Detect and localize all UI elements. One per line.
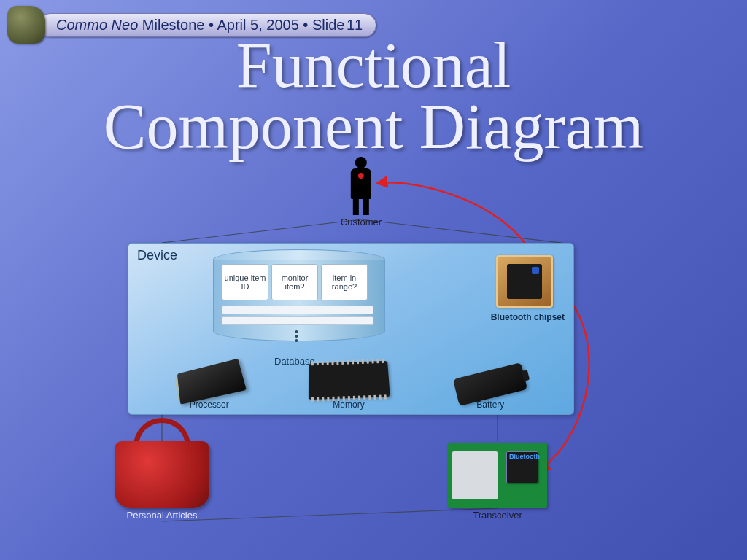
articles-label: Personal Articles (108, 510, 216, 521)
processor-icon (177, 359, 247, 405)
transceiver-board-icon: Bluetooth (448, 443, 547, 508)
db-field-range: item in range? (321, 264, 368, 300)
memory-node: Memory (309, 362, 389, 410)
functional-diagram: Customer Device unique item ID monitor i… (95, 157, 627, 551)
device-label: Device (137, 248, 177, 263)
svg-line-1 (361, 219, 562, 243)
backpack-icon (7, 6, 45, 44)
personal-articles-node: Personal Articles (108, 418, 216, 521)
db-field-monitor: monitor item? (271, 264, 318, 300)
bluetooth-chip-icon (496, 255, 553, 308)
bluetooth-label: Bluetooth chipset (491, 312, 565, 322)
page-title: Functional Component Diagram (0, 35, 747, 157)
ellipsis-icon: ••• (295, 330, 298, 343)
customer-indicator-dot (358, 173, 364, 179)
milestone-word: Milestone (142, 17, 205, 33)
title-line-1: Functional (0, 35, 747, 96)
database-fields: unique item ID monitor item? item in ran… (222, 264, 368, 300)
customer-label: Customer (341, 217, 382, 228)
device-container: Device unique item ID monitor item? item… (128, 243, 574, 415)
handbag-icon (108, 418, 216, 508)
project-name: Commo Neo (56, 17, 138, 33)
svg-line-0 (162, 219, 361, 243)
title-line-2: Component Diagram (0, 96, 747, 158)
person-icon (344, 157, 378, 215)
database-rows-icon (222, 303, 374, 325)
db-field-id: unique item ID (222, 264, 268, 300)
sep1: • (209, 17, 214, 33)
memory-icon (309, 361, 390, 400)
transceiver-node: Bluetooth Transceiver (448, 443, 547, 521)
transceiver-label: Transceiver (448, 510, 547, 521)
battery-node: Battery (455, 370, 525, 410)
device-bottom-row: Processor Memory Battery (128, 357, 573, 410)
customer-node: Customer (341, 157, 382, 228)
processor-node: Processor (177, 365, 242, 410)
